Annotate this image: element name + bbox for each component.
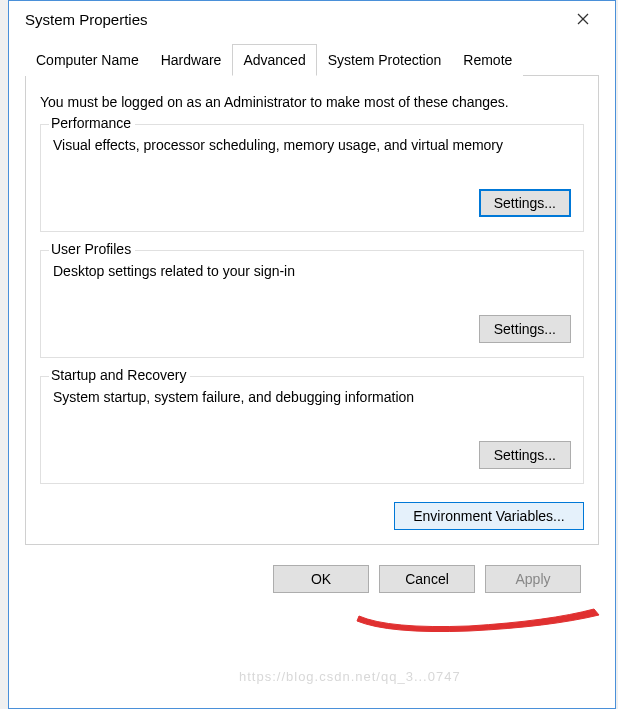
group-user-profiles-desc: Desktop settings related to your sign-in [53, 263, 571, 279]
user-profiles-settings-button[interactable]: Settings... [479, 315, 571, 343]
tab-hardware[interactable]: Hardware [150, 44, 233, 76]
ok-button[interactable]: OK [273, 565, 369, 593]
close-icon [577, 13, 589, 25]
system-properties-window: System Properties Computer Name Hardware… [8, 0, 616, 709]
group-performance-desc: Visual effects, processor scheduling, me… [53, 137, 571, 153]
tab-advanced[interactable]: Advanced [232, 44, 316, 76]
window-title: System Properties [25, 11, 148, 28]
group-startup-recovery-title: Startup and Recovery [49, 367, 190, 383]
tab-computer-name[interactable]: Computer Name [25, 44, 150, 76]
group-startup-recovery-desc: System startup, system failure, and debu… [53, 389, 571, 405]
performance-settings-button[interactable]: Settings... [479, 189, 571, 217]
group-user-profiles-title: User Profiles [49, 241, 135, 257]
group-startup-recovery: Startup and Recovery System startup, sys… [40, 376, 584, 484]
env-row: Environment Variables... [40, 502, 584, 530]
dialog-content: Computer Name Hardware Advanced System P… [9, 37, 615, 613]
tab-strip: Computer Name Hardware Advanced System P… [25, 43, 599, 76]
admin-notice: You must be logged on as an Administrato… [40, 94, 584, 110]
titlebar: System Properties [9, 1, 615, 37]
tab-panel-advanced: You must be logged on as an Administrato… [25, 76, 599, 545]
environment-variables-button[interactable]: Environment Variables... [394, 502, 584, 530]
dialog-button-row: OK Cancel Apply [25, 545, 599, 599]
group-performance-title: Performance [49, 115, 135, 131]
group-performance: Performance Visual effects, processor sc… [40, 124, 584, 232]
tab-system-protection[interactable]: System Protection [317, 44, 453, 76]
cancel-button[interactable]: Cancel [379, 565, 475, 593]
watermark-text: https://blog.csdn.net/qq_3...0747 [239, 669, 461, 684]
tab-remote[interactable]: Remote [452, 44, 523, 76]
startup-recovery-settings-button[interactable]: Settings... [479, 441, 571, 469]
close-button[interactable] [563, 4, 603, 34]
apply-button[interactable]: Apply [485, 565, 581, 593]
group-user-profiles: User Profiles Desktop settings related t… [40, 250, 584, 358]
